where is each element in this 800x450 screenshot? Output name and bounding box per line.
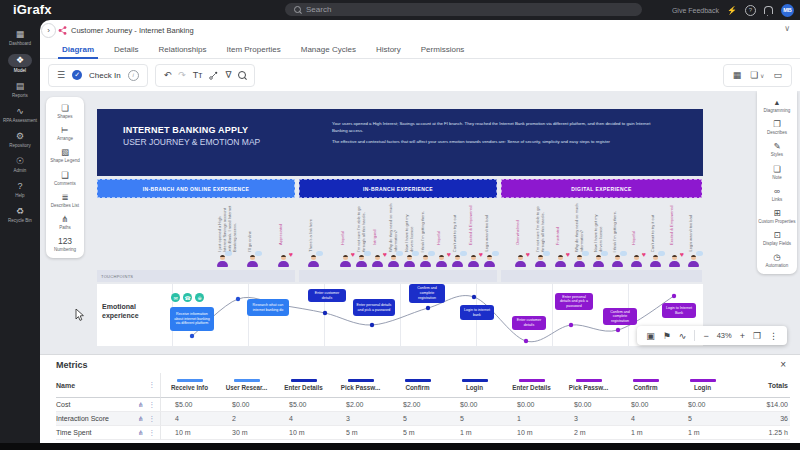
metrics-column-header[interactable]: Enter Details bbox=[275, 373, 332, 398]
sidebar-item-admin[interactable]: ☉Admin bbox=[0, 153, 40, 177]
metric-cell[interactable]: $0.00 bbox=[218, 398, 275, 412]
tab-history[interactable]: History bbox=[366, 40, 411, 58]
check-in-button[interactable]: Check In bbox=[89, 71, 121, 80]
metric-cell[interactable]: 10 m bbox=[161, 426, 218, 440]
metrics-column-header[interactable]: User Resear... bbox=[218, 373, 275, 398]
metric-cell[interactable]: 2 m bbox=[560, 426, 617, 440]
palette-item-numbering[interactable]: 123Numbering bbox=[46, 233, 84, 255]
kebab-menu-icon[interactable]: ⋮ bbox=[149, 381, 156, 389]
palette-item-custom-properties[interactable]: ⊞Custom Properties bbox=[757, 205, 797, 227]
palette-item-shapes[interactable]: ❏Shapes bbox=[46, 100, 84, 122]
diagram-canvas[interactable]: INTERNET BANKING APPLY USER JOURNEY & EM… bbox=[40, 91, 800, 354]
palette-item-describes-list[interactable]: ≣Describes List bbox=[46, 189, 84, 211]
metrics-column-header[interactable]: Confirm bbox=[617, 373, 674, 398]
metric-cell[interactable]: 4 bbox=[617, 412, 674, 426]
metric-cell[interactable]: 3 bbox=[332, 412, 389, 426]
zoom-level[interactable]: 43% bbox=[717, 331, 732, 340]
metric-cell[interactable]: $2.00 bbox=[389, 398, 446, 412]
menu-hamburger-icon[interactable]: ☰ bbox=[57, 70, 65, 80]
metric-cell[interactable]: $2.00 bbox=[332, 398, 389, 412]
sidebar-item-help[interactable]: ?Help bbox=[0, 178, 40, 202]
palette-item-paths[interactable]: ⋔Paths bbox=[46, 211, 84, 233]
notifications-bell-icon[interactable] bbox=[764, 6, 773, 14]
metric-cell[interactable]: 4 bbox=[161, 412, 218, 426]
metric-cell[interactable]: 5 m bbox=[389, 426, 446, 440]
zoom-out-button[interactable]: − bbox=[703, 331, 708, 341]
metric-cell[interactable]: $0.00 bbox=[674, 398, 731, 412]
palette-item-styles[interactable]: ✎Styles bbox=[757, 138, 797, 160]
search-input[interactable]: Search bbox=[285, 3, 642, 16]
metric-cell[interactable]: 1 m bbox=[617, 426, 674, 440]
metric-cell[interactable]: $0.00 bbox=[617, 398, 674, 412]
emotion-step-box[interactable]: Login to Internet Bank bbox=[662, 303, 696, 318]
branch-icon[interactable]: ⋔ bbox=[138, 415, 143, 423]
metric-cell[interactable]: 5 bbox=[446, 412, 503, 426]
tab-item-properties[interactable]: Item Properties bbox=[217, 40, 291, 58]
metrics-column-header[interactable]: Pick Passw... bbox=[560, 373, 617, 398]
sidebar-item-reports[interactable]: ▤Reports bbox=[0, 78, 40, 102]
tab-details[interactable]: Details bbox=[104, 40, 148, 58]
sidebar-item-dashboard[interactable]: ▦Dashboard bbox=[0, 26, 40, 50]
journey-map-header[interactable]: INTERNET BANKING APPLY USER JOURNEY & EM… bbox=[97, 109, 703, 176]
kebab-menu-icon[interactable]: ⋮ bbox=[769, 331, 778, 341]
help-circle-icon[interactable]: ? bbox=[745, 5, 756, 16]
tab-permissions[interactable]: Permissions bbox=[411, 40, 475, 58]
tab-diagram[interactable]: Diagram bbox=[52, 40, 104, 58]
sidebar-item-recycle-bin[interactable]: ♻Recycle Bin bbox=[0, 203, 40, 227]
metrics-column-header[interactable]: Receive Info bbox=[161, 373, 218, 398]
branch-icon[interactable]: ⋔ bbox=[138, 401, 143, 409]
palette-item-note[interactable]: ❏Note bbox=[757, 161, 797, 183]
metrics-column-header[interactable]: Pick Passw... bbox=[332, 373, 389, 398]
user-avatar[interactable]: MB bbox=[781, 4, 794, 17]
emotion-step-box[interactable]: Confirm and complete registration bbox=[603, 308, 637, 325]
overview-icon[interactable]: ▣ bbox=[646, 331, 655, 341]
metric-cell[interactable]: 10 m bbox=[503, 426, 560, 440]
comment-panel-icon[interactable]: ▭ bbox=[773, 70, 782, 80]
info-icon[interactable]: i bbox=[128, 70, 139, 81]
palette-item-arrange[interactable]: ⊨Arrange bbox=[46, 122, 84, 144]
branch-icon[interactable]: ⋔ bbox=[138, 429, 143, 437]
sidebar-item-rpa-assessment[interactable]: ∿RPA Assessment bbox=[0, 103, 40, 127]
emotion-step-box[interactable]: Enter customer details bbox=[308, 289, 346, 302]
close-icon[interactable]: × bbox=[780, 360, 786, 370]
metric-cell[interactable]: 5 bbox=[389, 412, 446, 426]
metric-cell[interactable]: $0.00 bbox=[560, 398, 617, 412]
palette-item-links[interactable]: ∞Links bbox=[757, 183, 797, 205]
emotion-step-box[interactable]: Receive information about internet banki… bbox=[170, 307, 214, 331]
emotion-step-box[interactable]: Confirm and complete registration bbox=[409, 284, 445, 303]
zoom-in-button[interactable]: + bbox=[740, 331, 745, 341]
metric-cell[interactable]: $0.00 bbox=[446, 398, 503, 412]
give-feedback-link[interactable]: Give Feedback bbox=[672, 7, 719, 14]
chevron-down-icon[interactable]: ∨ bbox=[784, 24, 790, 33]
tab-manage-cycles[interactable]: Manage Cycles bbox=[291, 40, 366, 58]
metric-cell[interactable]: 30 m bbox=[218, 426, 275, 440]
undo-icon[interactable]: ↶ bbox=[164, 70, 172, 80]
metric-cell[interactable]: 2 bbox=[218, 412, 275, 426]
emotion-step-box[interactable]: Enter personal details and pick a passwo… bbox=[555, 293, 593, 310]
page-setup-icon[interactable]: ❏ ∨ bbox=[750, 70, 764, 80]
emotion-step-box[interactable]: Enter customer details bbox=[512, 316, 546, 330]
tab-relationships[interactable]: Relationships bbox=[148, 40, 216, 58]
metric-cell[interactable]: 1 m bbox=[674, 426, 731, 440]
metric-cell[interactable]: $5.00 bbox=[161, 398, 218, 412]
palette-item-comments[interactable]: ❑Comments bbox=[46, 167, 84, 189]
lightning-icon[interactable]: ⚡ bbox=[727, 6, 737, 15]
filter-tool-icon[interactable]: ∇ bbox=[225, 70, 231, 80]
chart-icon[interactable]: ∿ bbox=[679, 331, 687, 341]
redo-icon[interactable]: ↷ bbox=[178, 70, 186, 80]
metric-cell[interactable]: 1 m bbox=[446, 426, 503, 440]
metric-cell[interactable]: 5 bbox=[674, 412, 731, 426]
phase-bar-in-branch-and-online-experience[interactable]: IN-BRANCH AND ONLINE EXPERIENCE bbox=[97, 179, 295, 198]
flag-icon[interactable]: ⚑ bbox=[663, 331, 671, 341]
zoom-tool-icon[interactable] bbox=[238, 71, 246, 79]
kebab-menu-icon[interactable]: ⋮ bbox=[149, 415, 156, 423]
metric-cell[interactable]: $5.00 bbox=[275, 398, 332, 412]
sidebar-item-model[interactable]: ❖Model bbox=[0, 51, 40, 77]
metrics-column-header[interactable]: Login bbox=[446, 373, 503, 398]
metrics-column-header[interactable]: Confirm bbox=[389, 373, 446, 398]
palette-item-describes[interactable]: ❐Describes bbox=[757, 116, 797, 138]
palette-item-shape-legend[interactable]: ▧Shape Legend bbox=[46, 144, 84, 166]
fullscreen-icon[interactable]: ❐ bbox=[753, 331, 761, 341]
emotion-step-box[interactable]: Research what can internet banking do bbox=[247, 299, 289, 316]
metric-cell[interactable]: 10 m bbox=[275, 426, 332, 440]
